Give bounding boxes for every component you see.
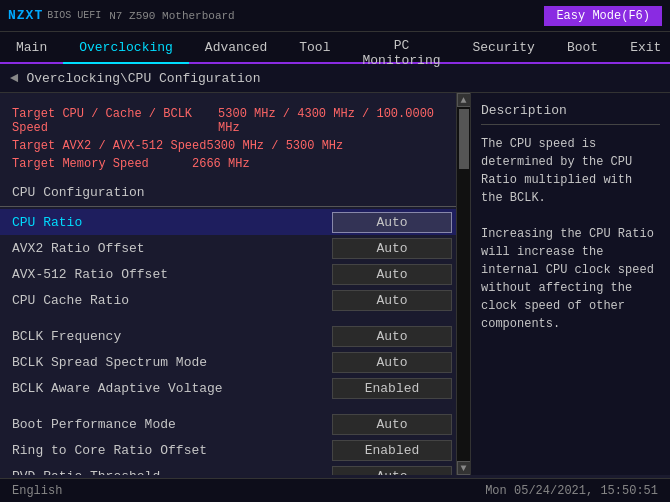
config-row-4[interactable]: BCLK Frequency Auto xyxy=(0,323,456,349)
tab-overclocking[interactable]: Overclocking xyxy=(63,32,189,64)
status-language: English xyxy=(12,484,62,498)
config-row-5[interactable]: BCLK Spread Spectrum Mode Auto xyxy=(0,349,456,375)
config-label-3: CPU Cache Ratio xyxy=(12,293,332,308)
group-spacer-1 xyxy=(0,313,456,323)
main-content: Target CPU / Cache / BCLK Speed 5300 MHz… xyxy=(0,93,670,475)
info-label-1: Target AVX2 / AVX-512 Speed xyxy=(12,139,206,153)
info-row-2: Target Memory Speed 2666 MHz xyxy=(12,155,444,173)
info-label-0: Target CPU / Cache / BCLK Speed xyxy=(12,107,218,135)
config-label-1: AVX2 Ratio Offset xyxy=(12,241,332,256)
status-datetime: Mon 05/24/2021, 15:50:51 xyxy=(485,484,658,498)
config-value-9: Auto xyxy=(332,466,452,476)
config-value-8: Enabled xyxy=(332,440,452,461)
tab-tool[interactable]: Tool xyxy=(283,32,346,62)
config-row-0[interactable]: CPU Ratio Auto xyxy=(0,209,456,235)
tab-pc-monitoring[interactable]: PC Monitoring xyxy=(346,32,456,62)
motherboard-label: N7 Z590 Motherboard xyxy=(109,10,234,22)
config-row-8[interactable]: Ring to Core Ratio Offset Enabled xyxy=(0,437,456,463)
config-row-2[interactable]: AVX-512 Ratio Offset Auto xyxy=(0,261,456,287)
scroll-thumb[interactable] xyxy=(459,109,469,169)
breadcrumb-text: Overclocking\CPU Configuration xyxy=(26,71,260,86)
tab-security[interactable]: Security xyxy=(457,32,551,62)
config-value-0: Auto xyxy=(332,212,452,233)
config-label-7: Boot Performance Mode xyxy=(12,417,332,432)
easy-mode-area: Easy Mode(F6) xyxy=(544,6,662,26)
config-row-7[interactable]: Boot Performance Mode Auto xyxy=(0,411,456,437)
info-row-1: Target AVX2 / AVX-512 Speed 5300 MHz / 5… xyxy=(12,137,444,155)
left-panel-inner: Target CPU / Cache / BCLK Speed 5300 MHz… xyxy=(0,101,470,475)
config-value-1: Auto xyxy=(332,238,452,259)
config-row-3[interactable]: CPU Cache Ratio Auto xyxy=(0,287,456,313)
info-section: Target CPU / Cache / BCLK Speed 5300 MHz… xyxy=(0,101,456,177)
status-bar: English Mon 05/24/2021, 15:50:51 xyxy=(0,478,670,502)
config-value-4: Auto xyxy=(332,326,452,347)
breadcrumb-back-icon[interactable]: ◄ xyxy=(10,70,18,86)
tab-exit[interactable]: Exit xyxy=(614,32,670,62)
scrollbar[interactable]: ▲ ▼ xyxy=(456,93,470,475)
nav-tabs: Main Overclocking Advanced Tool PC Monit… xyxy=(0,32,670,64)
description-text: The CPU speed is determined by the CPU R… xyxy=(481,135,660,333)
info-label-2: Target Memory Speed xyxy=(12,157,192,171)
config-value-2: Auto xyxy=(332,264,452,285)
tab-boot[interactable]: Boot xyxy=(551,32,614,62)
config-row-9[interactable]: PVD Ratio Threshold Auto xyxy=(0,463,456,475)
config-label-8: Ring to Core Ratio Offset xyxy=(12,443,332,458)
config-label-4: BCLK Frequency xyxy=(12,329,332,344)
config-label-6: BCLK Aware Adaptive Voltage xyxy=(12,381,332,396)
config-label-2: AVX-512 Ratio Offset xyxy=(12,267,332,282)
easy-mode-button[interactable]: Easy Mode(F6) xyxy=(544,6,662,26)
breadcrumb: ◄ Overclocking\CPU Configuration xyxy=(0,64,670,93)
info-value-0: 5300 MHz / 4300 MHz / 100.0000 MHz xyxy=(218,107,444,135)
config-row-6[interactable]: BCLK Aware Adaptive Voltage Enabled xyxy=(0,375,456,401)
config-value-5: Auto xyxy=(332,352,452,373)
config-label-0: CPU Ratio xyxy=(12,215,332,230)
tab-advanced[interactable]: Advanced xyxy=(189,32,283,62)
logo-nzxt: NZXT xyxy=(8,8,43,23)
config-label-9: PVD Ratio Threshold xyxy=(12,469,332,476)
right-panel: Description The CPU speed is determined … xyxy=(470,93,670,475)
left-panel: Target CPU / Cache / BCLK Speed 5300 MHz… xyxy=(0,93,470,475)
top-bar: NZXT BIOS UEFI N7 Z590 Motherboard Easy … xyxy=(0,0,670,32)
info-value-1: 5300 MHz / 5300 MHz xyxy=(206,139,343,153)
logo-bios: BIOS UEFI xyxy=(47,10,101,21)
group-spacer-2 xyxy=(0,401,456,411)
config-value-6: Enabled xyxy=(332,378,452,399)
info-row-0: Target CPU / Cache / BCLK Speed 5300 MHz… xyxy=(12,105,444,137)
config-value-3: Auto xyxy=(332,290,452,311)
scroll-up-button[interactable]: ▲ xyxy=(457,93,471,107)
description-title: Description xyxy=(481,103,660,125)
tab-main[interactable]: Main xyxy=(0,32,63,62)
config-row-1[interactable]: AVX2 Ratio Offset Auto xyxy=(0,235,456,261)
config-label-5: BCLK Spread Spectrum Mode xyxy=(12,355,332,370)
config-value-7: Auto xyxy=(332,414,452,435)
section-title: CPU Configuration xyxy=(0,177,456,207)
info-value-2: 2666 MHz xyxy=(192,157,250,171)
scroll-down-button[interactable]: ▼ xyxy=(457,461,471,475)
